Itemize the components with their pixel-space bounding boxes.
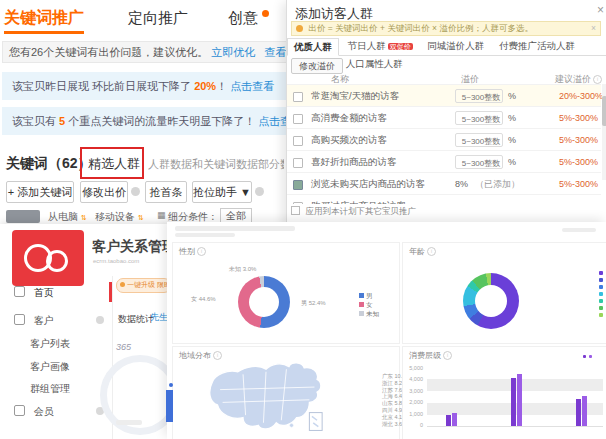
premium-input[interactable] [455, 133, 503, 147]
tab-demographic-audience[interactable]: 人口属性人群 [340, 56, 409, 72]
nav-tab-creative[interactable]: 创意 [228, 9, 269, 28]
pc-column-sort[interactable]: 从电脑 ⇅ [48, 210, 87, 224]
bar-series2-g1 [452, 413, 457, 426]
y-axis-tick: 0 [403, 422, 423, 428]
nav-tab-label[interactable]: 关键词推广 [4, 9, 84, 34]
selected-chip[interactable] [6, 210, 40, 223]
sidebar-item-label: 会员 [34, 406, 54, 417]
modify-premium-button[interactable]: 修改溢价 [291, 58, 343, 74]
collapse-dot-icon[interactable] [96, 316, 104, 324]
modify-bid-button[interactable]: 修改出价 [80, 181, 128, 203]
analytics-dashboard-window: 性别i 未知 3.0% 男 52.4% 女 44.6% 男 女 未知 年龄i [167, 222, 606, 439]
info-icon [131, 187, 140, 196]
info-icon: i [197, 247, 206, 256]
audience-hint-text: 人群数据和关键词数据部分数据重合 [148, 157, 284, 172]
legend-item: 男 [359, 291, 379, 300]
sidebar-item-group-manage[interactable]: 群组管理 [30, 382, 70, 396]
scrollbar-thumb[interactable] [602, 96, 606, 126]
premium-value: 8% [455, 173, 468, 195]
screenshot-root: 关键词推广 定向推广 创意 您有26个关键词有出价问题，建议优化。 立即优化 查… [0, 0, 606, 439]
row-checkbox[interactable] [293, 158, 303, 168]
y-axis-tick: 1,000 [403, 411, 423, 417]
stat-number: 365 [116, 342, 131, 352]
tab-festival-audience[interactable]: 节日人群双促价 [342, 38, 419, 55]
premium-input[interactable] [455, 155, 503, 169]
click-to-view-link[interactable]: 点击查看 [230, 80, 274, 92]
rank-assistant-button[interactable]: 抢位助手 ▼ [192, 181, 252, 203]
bar-series2-g2 [517, 374, 522, 426]
mobile-column-sort[interactable]: 移动设备 ⇅ [95, 210, 144, 224]
alert-value: 20% [194, 80, 216, 92]
legend-dot [599, 271, 603, 275]
bar-plot-area [427, 368, 603, 427]
audience-row-clipped: 购买过店内商品的访客 [287, 194, 601, 204]
active-item-indicator [109, 282, 112, 302]
sidebar-item-home[interactable]: 首页 [14, 286, 54, 300]
promo-badge: 双促价 [388, 43, 413, 50]
info-icon [255, 187, 264, 196]
row-checkbox[interactable] [293, 92, 303, 102]
alert-text: 个重点关键词的流量昨天明显下降了！ [65, 115, 258, 127]
column-label: 移动设备 [95, 211, 135, 222]
audience-row: 喜好折扣商品的访客 % 5%-300% [287, 150, 601, 173]
tab-keywords[interactable]: 关键词（62） [6, 155, 92, 173]
tab-city-premium-audience[interactable]: 同城溢价人群 [421, 38, 490, 54]
y-axis-tick: 4,000 [403, 376, 423, 382]
upgrade-button[interactable]: 一键升级 限时抢 [116, 278, 171, 293]
sidebar-item-customer-list[interactable]: 客户列表 [30, 337, 70, 351]
audience-name: 高消费金额的访客 [311, 107, 387, 129]
small-label-placeholder [116, 420, 142, 425]
heat-legend-bar [166, 390, 173, 422]
suggest-range: 20%-300% [559, 85, 603, 107]
sidebar-item-customer-profile[interactable]: 客户画像 [30, 360, 70, 374]
stats-nav-label[interactable]: 数据统计 [118, 313, 154, 326]
header-placeholder [175, 226, 295, 231]
sidebar-item-label: 首页 [34, 287, 54, 298]
premium-input[interactable] [455, 89, 503, 103]
suggest-range: 5%-300% [559, 129, 598, 151]
apply-to-plan-option[interactable]: 应用到本计划下其它宝贝推广 [291, 206, 416, 218]
legend-item: 女 [359, 300, 379, 309]
donut-callout: 未知 3.0% [229, 265, 256, 274]
user-greeting: 先生 [150, 311, 168, 324]
checkbox-icon[interactable] [291, 206, 300, 215]
close-icon[interactable]: × [591, 22, 596, 35]
row-checkbox[interactable] [293, 136, 303, 146]
rocket-icon [120, 282, 125, 287]
legend-item: 未知 [359, 309, 379, 318]
alert-text: 该宝贝有 [12, 115, 59, 127]
sidebar-item-label: 客户 [34, 315, 54, 326]
nav-tab-targeted-promo[interactable]: 定向推广 [128, 9, 188, 28]
add-keyword-button[interactable]: + 添加关键词 [6, 181, 74, 203]
sidebar-item-customer[interactable]: 客户 [14, 314, 54, 328]
gender-legend: 男 女 未知 [359, 291, 379, 318]
row-checkbox[interactable] [293, 202, 303, 204]
crm-title: 客户关系管理 [92, 238, 172, 256]
audience-row: 常逛淘宝/天猫的访客 % 20%-300% [287, 84, 601, 107]
y-axis-tick: 3,000 [403, 388, 423, 394]
alert-text: 该宝贝昨日展现 环比前日展现下降了 [12, 80, 194, 92]
donut-hole [249, 287, 279, 317]
row-checkbox-checked[interactable] [293, 180, 303, 190]
premium-input[interactable] [455, 111, 503, 125]
member-icon [14, 405, 25, 416]
close-icon[interactable]: × [597, 3, 604, 17]
sidebar-item-member[interactable]: 会员 [14, 405, 54, 419]
nav-tab-label[interactable]: 创意 [228, 9, 258, 26]
scrollbar[interactable] [602, 84, 606, 180]
audience-name: 高购买频次的访客 [311, 129, 387, 151]
nav-tab-label[interactable]: 定向推广 [128, 9, 188, 26]
row-checkbox[interactable] [293, 114, 303, 124]
optimize-now-link[interactable]: 立即优化 [211, 46, 255, 58]
donut-callout: 女 44.6% [191, 295, 216, 304]
impression-drop-alert: 该宝贝昨日展现 环比前日展现下降了 20%！ 点击查看 [2, 72, 304, 100]
tab-paid-promo-audience[interactable]: 付费推广活动人群 [493, 38, 581, 54]
audience-row: 高购买频次的访客 % 5%-300% [287, 128, 601, 151]
sort-icon: ⇅ [138, 214, 144, 221]
heat-legend-dot [169, 383, 173, 387]
region-card: 地域分布i 广东 10.06% 浙江 8.26% 江苏 7.68% 上海 6.4… [172, 346, 400, 439]
grab-top-button[interactable]: 抢首条 [145, 181, 187, 203]
audience-name: 喜好折扣商品的访客 [311, 151, 397, 173]
tab-premium-audience[interactable]: 优质人群 [287, 38, 339, 56]
nav-tab-keyword-promo[interactable]: 关键词推广 [4, 8, 84, 29]
